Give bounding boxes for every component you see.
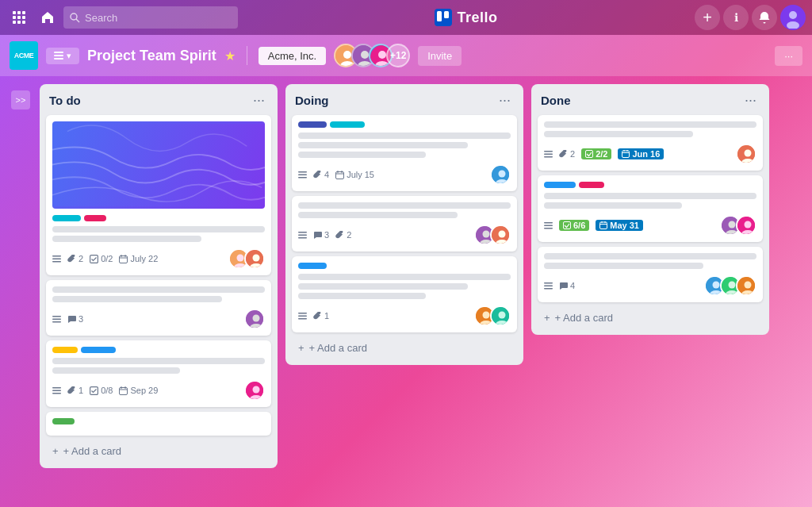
card-meta: 4 July 15 bbox=[298, 164, 511, 185]
card-meta: 3 bbox=[52, 309, 265, 329]
invite-button[interactable]: Invite bbox=[418, 46, 462, 66]
add-card-done-button[interactable]: + + Add a card bbox=[538, 307, 763, 328]
list-done-menu[interactable]: ··· bbox=[741, 92, 760, 109]
card-title bbox=[298, 133, 511, 158]
svg-point-9 bbox=[71, 13, 77, 20]
assignee-avatar bbox=[490, 164, 511, 185]
list-doing: Doing ··· 4 bbox=[285, 84, 523, 365]
workspace-button[interactable]: Acme, Inc. bbox=[259, 47, 326, 65]
card-done-1[interactable]: 2 2/2 Jun 16 bbox=[538, 115, 763, 171]
meta-attachments: 2 bbox=[67, 254, 83, 263]
svg-rect-80 bbox=[298, 313, 307, 314]
card-title bbox=[544, 193, 756, 209]
svg-rect-104 bbox=[600, 222, 607, 229]
card-meta: 6/6 May 31 bbox=[544, 215, 756, 236]
meta-date-badge: May 31 bbox=[596, 220, 643, 231]
svg-rect-64 bbox=[336, 171, 344, 179]
list-todo-menu[interactable]: ··· bbox=[250, 92, 268, 109]
svg-rect-51 bbox=[52, 390, 61, 391]
app-logo: Trello bbox=[241, 9, 691, 26]
search-bar[interactable]: Search bbox=[63, 6, 238, 29]
card-doing-1[interactable]: 4 July 15 bbox=[292, 115, 517, 191]
svg-point-75 bbox=[483, 231, 490, 238]
meta-attachments: 2 bbox=[335, 230, 351, 240]
card-assignees bbox=[244, 380, 265, 401]
card-assignees bbox=[490, 164, 511, 185]
board-menu-button[interactable]: ▾ bbox=[46, 48, 79, 64]
sidebar-toggle-button[interactable]: >> bbox=[11, 90, 30, 109]
meta-date: July 15 bbox=[335, 170, 374, 179]
card-doing-2[interactable]: 3 2 bbox=[292, 196, 517, 252]
svg-point-121 bbox=[729, 282, 736, 289]
meta-comments: 3 bbox=[313, 230, 329, 240]
svg-rect-44 bbox=[52, 316, 61, 317]
svg-rect-52 bbox=[52, 393, 61, 394]
svg-rect-5 bbox=[22, 16, 25, 19]
card-todo-1[interactable]: 2 0/2 July 22 bbox=[46, 115, 271, 275]
svg-rect-0 bbox=[13, 11, 16, 14]
svg-rect-63 bbox=[298, 177, 307, 179]
board-title: Project Team Spirit bbox=[87, 48, 216, 64]
add-card-todo-button[interactable]: + + Add a card bbox=[46, 440, 271, 462]
board-more-button[interactable]: ··· bbox=[775, 46, 802, 66]
card-labels bbox=[52, 215, 265, 221]
svg-rect-4 bbox=[17, 16, 21, 19]
svg-rect-34 bbox=[120, 255, 128, 263]
info-button[interactable]: ℹ bbox=[723, 5, 749, 30]
meta-list-icon bbox=[52, 315, 61, 324]
card-title bbox=[544, 121, 756, 137]
board-star-icon[interactable]: ★ bbox=[224, 48, 236, 63]
svg-rect-33 bbox=[90, 255, 98, 263]
svg-point-24 bbox=[361, 51, 369, 59]
meta-comments: 4 bbox=[559, 281, 575, 290]
svg-point-15 bbox=[789, 11, 797, 19]
card-todo-2[interactable]: 3 bbox=[46, 280, 271, 336]
svg-rect-92 bbox=[586, 151, 593, 158]
list-todo: To do ··· bbox=[40, 84, 278, 468]
assignee-avatar-3 bbox=[736, 275, 756, 296]
add-card-doing-button[interactable]: + + Add a card bbox=[292, 337, 517, 359]
trello-logo-icon bbox=[435, 9, 452, 26]
svg-rect-2 bbox=[22, 11, 25, 14]
card-todo-4[interactable] bbox=[46, 412, 271, 436]
meta-comments: 3 bbox=[67, 314, 83, 324]
card-meta: 1 0/8 Sep 29 bbox=[52, 380, 265, 401]
card-assignees bbox=[704, 275, 756, 296]
svg-rect-31 bbox=[52, 258, 61, 259]
card-doing-3[interactable]: 1 bbox=[292, 256, 517, 332]
home-icon[interactable] bbox=[35, 5, 60, 30]
user-avatar[interactable] bbox=[780, 5, 806, 30]
notifications-button[interactable] bbox=[752, 5, 777, 30]
card-todo-3[interactable]: 1 0/8 Sep 29 bbox=[46, 340, 271, 407]
list-todo-header: To do ··· bbox=[46, 90, 271, 110]
meta-list-icon bbox=[52, 255, 61, 263]
list-done: Done ··· 2 2/2 bbox=[531, 84, 769, 335]
meta-list-icon bbox=[52, 386, 61, 395]
meta-checklist-badge: 6/6 bbox=[559, 220, 589, 231]
card-done-2[interactable]: 6/6 May 31 bbox=[538, 175, 763, 242]
add-button[interactable]: + bbox=[695, 5, 720, 30]
list-done-title: Done bbox=[541, 94, 571, 107]
svg-rect-101 bbox=[544, 225, 553, 226]
svg-rect-3 bbox=[13, 16, 16, 19]
card-title bbox=[544, 253, 756, 269]
meta-attachments: 4 bbox=[313, 170, 329, 179]
card-assignees bbox=[474, 225, 511, 245]
card-title bbox=[52, 226, 265, 242]
svg-point-118 bbox=[713, 282, 720, 289]
card-labels bbox=[298, 121, 511, 128]
svg-rect-91 bbox=[544, 156, 553, 158]
card-assignees bbox=[228, 248, 265, 269]
list-doing-title: Doing bbox=[295, 94, 329, 107]
board-header: ACME ▾ Project Team Spirit ★ Acme, Inc. … bbox=[0, 35, 812, 76]
grid-icon[interactable] bbox=[6, 5, 32, 30]
svg-rect-18 bbox=[54, 55, 63, 56]
card-labels bbox=[544, 182, 756, 188]
meta-list-icon bbox=[544, 282, 553, 290]
member-count[interactable]: +12 bbox=[386, 44, 410, 67]
svg-rect-13 bbox=[444, 11, 449, 18]
card-labels bbox=[298, 263, 511, 269]
list-doing-menu[interactable]: ··· bbox=[496, 92, 514, 109]
card-done-3[interactable]: 4 bbox=[538, 247, 763, 302]
card-title bbox=[52, 358, 265, 374]
